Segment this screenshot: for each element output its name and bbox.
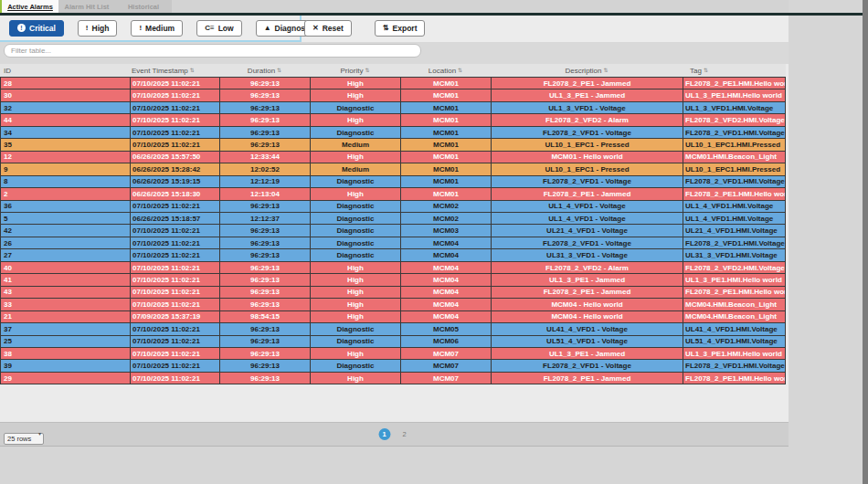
table-row[interactable]: 806/26/2025 15:19:1512:12:19DiagnosticMC… — [0, 176, 786, 188]
filter-table-input[interactable] — [4, 44, 421, 58]
table-row[interactable]: 506/26/2025 15:18:5712:12:37DiagnosticMC… — [0, 213, 786, 225]
cell-description: FL2078_2_VFD1 - Voltage — [492, 237, 683, 248]
table-row[interactable]: 2807/10/2025 11:02:2196:29:13HighMCM01FL… — [0, 78, 786, 89]
tab-historical[interactable]: Historical — [115, 0, 172, 13]
cell-event-timestamp: 07/10/2025 11:02:21 — [131, 114, 220, 125]
exclamation-icon: ! — [139, 25, 142, 32]
column-header-description[interactable]: Description⇅ — [491, 64, 683, 77]
cell-id: 33 — [1, 299, 131, 310]
table-row[interactable]: 2707/10/2025 11:02:2196:29:13DiagnosticM… — [0, 249, 786, 261]
cell-priority: High — [311, 299, 401, 310]
cell-location: MCM04 — [401, 274, 492, 285]
cell-description: FL2078_2_PE1 - Jammed — [492, 287, 683, 298]
table-row[interactable]: 2907/10/2025 11:02:2196:29:13HighMCM07FL… — [0, 373, 786, 384]
high-filter-button[interactable]: ! High — [78, 20, 118, 37]
cell-description: UL10_1_EPC1 - Pressed — [492, 139, 683, 150]
cell-duration: 98:54:15 — [220, 311, 311, 322]
table-row[interactable]: 3307/10/2025 11:02:2196:29:13HighMCM04MC… — [0, 299, 786, 310]
table-row[interactable]: 3707/10/2025 11:02:2196:29:13DiagnosticM… — [0, 323, 786, 335]
cell-id: 5 — [1, 213, 131, 224]
table-row[interactable]: 2107/09/2025 15:37:1998:54:15HighMCM04MC… — [0, 311, 786, 323]
cell-id: 21 — [1, 311, 131, 322]
cell-id: 41 — [1, 274, 131, 285]
table-row[interactable]: 3407/10/2025 11:02:2196:29:13DiagnosticM… — [0, 127, 786, 139]
table-row[interactable]: 3507/10/2025 11:02:2196:29:13MediumMCM01… — [0, 139, 786, 151]
cell-description: FL2078_2_VFD2 - Alarm — [492, 114, 683, 125]
cell-tag: FL2078_2_PE1.HMI.Hello world — [683, 78, 786, 89]
column-header-priority[interactable]: Priority⇅ — [310, 64, 400, 77]
column-label: Priority — [341, 67, 364, 75]
cell-description: MCM04 - Hello world — [492, 311, 683, 322]
rows-per-page-select[interactable]: 25 rows — [4, 433, 44, 445]
cell-id: 25 — [1, 336, 131, 347]
table-row[interactable]: 206/26/2025 15:18:3012:13:04HighMCM01FL2… — [0, 188, 786, 200]
column-label: Duration — [248, 67, 275, 75]
tab-alarm-hit-list[interactable]: Alarm Hit List — [58, 0, 115, 13]
cell-priority: Diagnostic — [311, 127, 401, 138]
cell-duration: 96:29:13 — [220, 249, 311, 260]
cell-event-timestamp: 07/10/2025 11:02:21 — [131, 336, 220, 347]
cell-event-timestamp: 07/10/2025 11:02:21 — [131, 360, 220, 371]
cell-priority: Medium — [311, 163, 401, 174]
column-header-event-timestamp[interactable]: Event Timestamp⇅ — [130, 64, 219, 77]
cell-priority: Diagnostic — [311, 225, 401, 236]
reset-button[interactable]: ✕ Reset — [304, 20, 352, 37]
cell-priority: High — [311, 262, 401, 273]
cell-duration: 96:29:13 — [220, 139, 311, 150]
cell-duration: 96:29:13 — [220, 127, 311, 138]
cell-duration: 96:29:13 — [220, 78, 311, 89]
tab-active-alarms[interactable]: Active Alarms — [2, 0, 58, 13]
low-filter-button[interactable]: C≡ Low — [196, 20, 241, 37]
cell-tag: UL1_3_VFD1.HMI.Voltage — [683, 102, 786, 113]
table-row[interactable]: 4007/10/2025 11:02:2196:29:13HighMCM04FL… — [0, 262, 786, 274]
table-row[interactable]: 3207/10/2025 11:02:2196:29:13DiagnosticM… — [0, 102, 786, 114]
export-button[interactable]: ⇅ Export — [375, 20, 426, 37]
cell-priority: Diagnostic — [311, 360, 401, 371]
cell-priority: Diagnostic — [311, 249, 401, 260]
table-row[interactable]: 3807/10/2025 11:02:2196:29:13HighMCM07UL… — [0, 348, 786, 360]
table-row[interactable]: 4307/10/2025 11:02:2196:29:13HighMCM04FL… — [0, 287, 786, 299]
cell-duration: 12:13:04 — [220, 188, 311, 199]
cell-description: UL1_4_VFD1 - Voltage — [492, 213, 683, 224]
column-header-duration[interactable]: Duration⇅ — [219, 64, 310, 77]
cell-id: 2 — [1, 188, 131, 199]
cell-priority: Diagnostic — [311, 336, 401, 347]
cell-location: MCM01 — [401, 163, 492, 174]
toolbar: ! Critical ! High ! Medium C≡ Low ▲ Di — [0, 16, 789, 42]
low-priority-icon: C≡ — [205, 25, 214, 32]
content-panel: ! Critical ! High ! Medium C≡ Low ▲ Di — [0, 16, 789, 445]
table-row[interactable]: 906/26/2025 15:28:4212:02:52MediumMCM01U… — [0, 163, 786, 175]
table-row[interactable]: 3907/10/2025 11:02:2196:29:13DiagnosticM… — [0, 360, 786, 372]
cell-priority: High — [311, 188, 401, 199]
cell-event-timestamp: 07/10/2025 11:02:21 — [131, 89, 220, 100]
cell-event-timestamp: 07/10/2025 11:02:21 — [131, 102, 220, 113]
cell-duration: 96:29:13 — [220, 348, 311, 359]
medium-filter-button[interactable]: ! Medium — [131, 20, 183, 37]
column-header-tag[interactable]: Tag⇅ — [683, 64, 785, 77]
table-row[interactable]: 2607/10/2025 11:02:2196:29:13DiagnosticM… — [0, 237, 786, 249]
cell-duration: 12:33:44 — [220, 152, 311, 163]
cell-tag: FL2078_2_VFD1.HMI.Voltage — [683, 127, 786, 138]
scrollbar[interactable] — [863, 0, 868, 484]
cell-location: MCM04 — [401, 237, 492, 248]
critical-filter-button[interactable]: ! Critical — [9, 20, 64, 37]
cell-id: 42 — [1, 225, 131, 236]
table-row[interactable]: 1206/26/2025 15:57:5012:33:44HighMCM01MC… — [0, 152, 786, 163]
cell-event-timestamp: 07/10/2025 11:02:21 — [131, 274, 220, 285]
page-button-2[interactable]: 2 — [398, 428, 410, 440]
table-row[interactable]: 4407/10/2025 11:02:2196:29:13HighMCM01FL… — [0, 114, 786, 126]
cell-location: MCM04 — [401, 311, 492, 322]
cell-id: 44 — [1, 114, 131, 125]
table-row[interactable]: 4107/10/2025 11:02:2196:29:13HighMCM04UL… — [0, 274, 786, 286]
column-header-id: ID — [0, 64, 130, 77]
table-row[interactable]: 4207/10/2025 11:02:2196:29:13DiagnosticM… — [0, 225, 786, 237]
table-row[interactable]: 3007/10/2025 11:02:2196:29:13HighMCM01UL… — [0, 89, 786, 101]
cell-location: MCM01 — [401, 139, 492, 150]
table-row[interactable]: 3607/10/2025 11:02:2196:29:13DiagnosticM… — [0, 201, 786, 213]
column-header-location[interactable]: Location⇅ — [400, 64, 491, 77]
cell-tag: UL21_4_VFD1.HMI.Voltage — [683, 225, 786, 236]
cell-tag: UL31_3_VFD1.HMI.Voltage — [683, 249, 786, 260]
table-row[interactable]: 2507/10/2025 11:02:2196:29:13DiagnosticM… — [0, 336, 786, 348]
page-button-1[interactable]: 1 — [378, 428, 390, 440]
cell-tag: UL10_1_EPC1.HMI.Pressed — [683, 163, 786, 174]
